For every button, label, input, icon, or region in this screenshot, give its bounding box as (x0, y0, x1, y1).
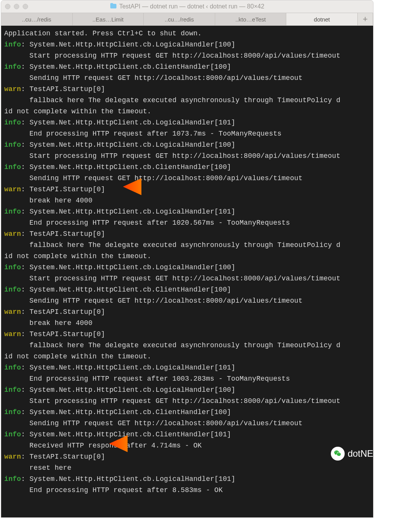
log-line: Start processing HTTP request GET http:/… (4, 52, 340, 60)
log-line: Application started. Press Ctrl+C to shu… (4, 30, 202, 37)
log-line: System.Net.Http.HttpClient.cb.LogicalHan… (30, 386, 236, 394)
log-line: System.Net.Http.HttpClient.cb.ClientHand… (30, 431, 231, 438)
log-line: End processing HTTP request after 1073.7… (4, 130, 282, 138)
log-line: id not complete within the timeout. (4, 353, 151, 360)
log-level: warn (4, 308, 21, 316)
log-level: warn (4, 85, 21, 93)
log-line: System.Net.Http.HttpClient.cb.ClientHand… (30, 163, 231, 171)
log-line: id not complete within the timeout. (4, 252, 151, 260)
log-level: warn (4, 186, 21, 193)
log-level: info (4, 208, 21, 215)
log-line: TestAPI.Startup[0] (30, 330, 105, 338)
tab[interactable]: ..Eas…Limit (73, 13, 144, 25)
log-level: info (4, 41, 21, 48)
zoom-icon[interactable] (23, 4, 28, 9)
log-line: System.Net.Http.HttpClient.cb.LogicalHan… (30, 41, 236, 48)
log-level: info (4, 286, 21, 293)
window-title-text: TestAPI — dotnet run — dotnet ‹ dotnet r… (119, 3, 264, 10)
log-line: System.Net.Http.HttpClient.cb.ClientHand… (30, 63, 231, 71)
tab[interactable]: ..cu…/redis (144, 13, 215, 25)
log-line: End processing HTTP request after 1003.2… (4, 375, 290, 383)
log-line: Start processing HTTP request GET http:/… (4, 152, 340, 160)
log-level: info (4, 475, 21, 483)
terminal-window: TestAPI — dotnet run — dotnet ‹ dotnet r… (1, 0, 374, 518)
tabbar: ..cu…/redis..Eas…Limit..cu…/redis..kto…e… (1, 13, 373, 26)
log-level: info (4, 364, 21, 371)
log-line: System.Net.Http.HttpClient.cb.LogicalHan… (30, 475, 236, 483)
log-line: Start processing HTTP request GET http:/… (4, 275, 340, 282)
log-level: warn (4, 330, 21, 338)
log-level: info (4, 163, 21, 171)
log-level: info (4, 431, 21, 438)
minimize-icon[interactable] (14, 4, 19, 9)
log-line: Sending HTTP request GET http://localhos… (4, 419, 302, 427)
log-line: TestAPI.Startup[0] (30, 186, 105, 193)
log-level: warn (4, 453, 21, 461)
log-level: info (4, 141, 21, 149)
log-line: Received HTTP response after 4.714ms - O… (4, 442, 202, 449)
log-line: fallback here The delegate executed asyn… (4, 96, 340, 104)
log-line: System.Net.Http.HttpClient.cb.ClientHand… (30, 286, 231, 293)
log-level: info (4, 63, 21, 71)
log-line: System.Net.Http.HttpClient.cb.LogicalHan… (30, 119, 236, 126)
log-line: fallback here The delegate executed asyn… (4, 341, 340, 349)
tab[interactable]: ..kto…eTest (215, 13, 287, 25)
log-line: reset here (4, 464, 71, 472)
tab[interactable]: ..cu…/redis (1, 13, 73, 25)
window-title: TestAPI — dotnet run — dotnet ‹ dotnet r… (1, 3, 373, 10)
wechat-icon (331, 447, 345, 461)
log-level: warn (4, 230, 21, 238)
watermark: dotNET跨平台 (331, 447, 407, 461)
log-line: Sending HTTP request GET http://localhos… (4, 297, 302, 305)
log-line: Sending HTTP request GET http://localhos… (4, 74, 302, 82)
log-line: Sending HTTP request GET http://localhos… (4, 174, 302, 182)
add-tab-button[interactable]: + (358, 13, 373, 25)
log-line: TestAPI.Startup[0] (30, 85, 105, 93)
log-level: info (4, 119, 21, 126)
log-line: End processing HTTP request after 1020.5… (4, 219, 290, 227)
log-line: TestAPI.Startup[0] (30, 308, 105, 316)
close-icon[interactable] (5, 4, 10, 9)
log-level: info (4, 408, 21, 416)
log-line: System.Net.Http.HttpClient.cb.LogicalHan… (30, 264, 236, 271)
log-line: System.Net.Http.HttpClient.cb.LogicalHan… (30, 364, 236, 371)
log-line: fallback here The delegate executed asyn… (4, 241, 340, 249)
log-line: TestAPI.Startup[0] (30, 453, 105, 461)
tab[interactable]: dotnet (286, 13, 358, 25)
log-level: info (4, 264, 21, 271)
log-line: TestAPI.Startup[0] (30, 230, 105, 238)
log-line: id not complete within the timeout. (4, 108, 151, 115)
log-line: break here 4000 (4, 319, 93, 327)
log-line: System.Net.Http.HttpClient.cb.LogicalHan… (30, 141, 236, 149)
log-line: System.Net.Http.HttpClient.cb.LogicalHan… (30, 208, 236, 215)
folder-icon (110, 3, 117, 10)
log-level: info (4, 386, 21, 394)
titlebar[interactable]: TestAPI — dotnet run — dotnet ‹ dotnet r… (1, 0, 373, 13)
log-line: System.Net.Http.HttpClient.cb.ClientHand… (30, 408, 231, 416)
log-line: Start processing HTTP request GET http:/… (4, 397, 340, 405)
watermark-text: dotNET跨平台 (348, 447, 407, 460)
log-line: End processing HTTP request after 8.583m… (4, 486, 223, 494)
window-controls (5, 4, 28, 9)
log-line: break here 4000 (4, 197, 93, 204)
terminal-output[interactable]: Application started. Press Ctrl+C to shu… (1, 26, 373, 517)
